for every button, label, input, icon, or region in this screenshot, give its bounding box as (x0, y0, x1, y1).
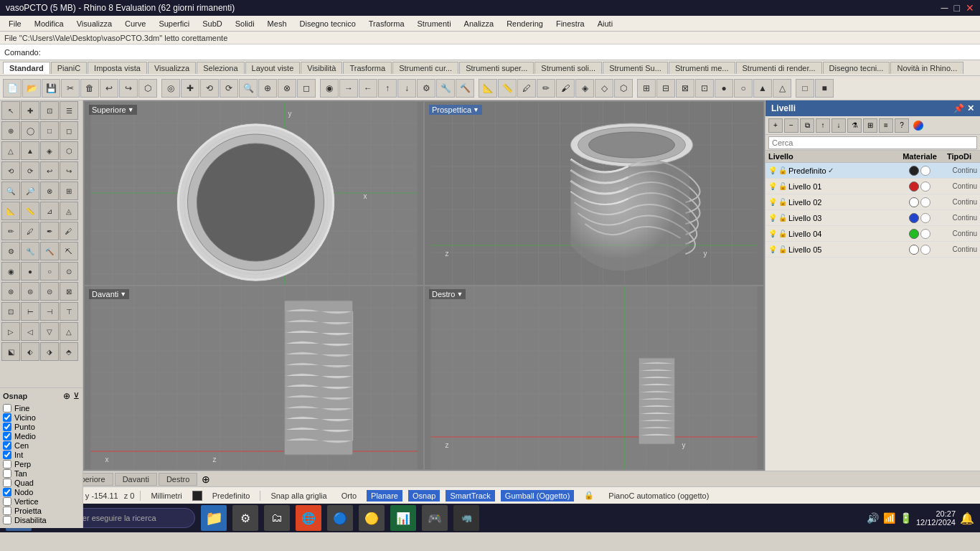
toolbar-btn-23[interactable]: 🔨 (456, 79, 474, 98)
layer-bulb-3[interactable]: 💡 (768, 214, 777, 222)
left-toolbar-btn-3-1[interactable]: ⟳ (21, 161, 39, 180)
toolbar-btn-12[interactable]: 🔍 (239, 79, 258, 98)
toolbar-btn-13[interactable]: ⊕ (258, 79, 277, 98)
toolbar-btn-25[interactable]: 📏 (498, 79, 517, 98)
osnap-filter-icon[interactable]: ⊻ (73, 391, 80, 401)
toolbar-btn-1[interactable]: 📂 (22, 79, 41, 98)
osnap-check-vertice[interactable] (3, 497, 11, 506)
taskbar-icon-settings[interactable]: ⚙ (232, 505, 258, 531)
osnap-check-fine[interactable] (3, 404, 11, 413)
statusbar-pianoc-auto[interactable]: PianoC automatico (oggetto) (604, 491, 713, 500)
toolbar-tab-strumenti-soli[interactable]: Strumenti soli... (534, 62, 602, 74)
layer-up-button[interactable]: ↑ (816, 118, 830, 133)
left-toolbar-btn-9-1[interactable]: ⊜ (21, 282, 39, 301)
toolbar-tab-disegno-tecni[interactable]: Disegno tecni... (823, 62, 890, 74)
toolbar-btn-28[interactable]: 🖌 (556, 79, 575, 98)
left-toolbar-btn-11-1[interactable]: ◁ (21, 322, 39, 341)
viewport-prospettica-label[interactable]: Prospettica ▼ (429, 105, 482, 115)
layer-copy-button[interactable]: ⧉ (800, 118, 814, 133)
viewport-destro-label[interactable]: Destro ▼ (429, 289, 466, 299)
left-toolbar-btn-2-0[interactable]: △ (1, 141, 20, 160)
menu-item-solidi[interactable]: Solidi (230, 18, 260, 29)
layer-color-swatch-4[interactable] (909, 229, 919, 239)
toolbar-btn-19[interactable]: ↑ (378, 79, 397, 98)
layer-mat-color-swatch-5[interactable] (920, 245, 930, 255)
toolbar-btn-31[interactable]: ⬡ (614, 79, 633, 98)
toolbar-btn-2[interactable]: 💾 (42, 79, 60, 98)
toolbar-btn-8[interactable]: ◎ (161, 79, 180, 98)
left-toolbar-btn-0-3[interactable]: ☰ (60, 101, 78, 120)
osnap-check-medio[interactable] (3, 432, 11, 441)
left-toolbar-btn-1-3[interactable]: ◻ (60, 121, 78, 140)
layer-row-2[interactable]: 💡 🔓 Livello 02 Continu (765, 194, 980, 210)
toolbar-btn-40[interactable]: □ (796, 79, 814, 98)
toolbar-btn-0[interactable]: 📄 (3, 79, 22, 98)
toolbar-btn-5[interactable]: ↩ (100, 79, 118, 98)
left-toolbar-btn-6-3[interactable]: 🖋 (60, 222, 78, 240)
left-toolbar-btn-5-2[interactable]: ⊿ (40, 202, 59, 220)
osnap-check-proietta[interactable] (3, 507, 11, 515)
left-toolbar-btn-3-2[interactable]: ↩ (40, 161, 59, 180)
left-toolbar-btn-3-3[interactable]: ↪ (60, 161, 78, 180)
left-toolbar-btn-2-2[interactable]: ◈ (40, 141, 59, 160)
left-toolbar-btn-6-1[interactable]: 🖊 (21, 222, 39, 240)
close-button[interactable]: ✕ (966, 2, 974, 14)
osnap-check-cen[interactable] (3, 441, 11, 450)
taskbar-icon-explorer[interactable]: 📁 (201, 505, 227, 531)
left-toolbar-btn-12-3[interactable]: ⬘ (60, 342, 78, 361)
menu-item-mesh[interactable]: Mesh (262, 18, 293, 29)
left-toolbar-btn-7-2[interactable]: 🔨 (40, 242, 59, 260)
layer-color-swatch-1[interactable] (909, 182, 919, 192)
statusbar-gumball[interactable]: Gumball (Oggetto) (501, 490, 574, 501)
left-toolbar-btn-10-2[interactable]: ⊣ (40, 302, 59, 321)
left-toolbar-btn-0-0[interactable]: ↖ (1, 101, 20, 120)
left-toolbar-btn-10-1[interactable]: ⊢ (21, 302, 39, 321)
viewport-superiore[interactable]: Superiore ▼ (85, 102, 423, 285)
toolbar-btn-7[interactable]: ⬡ (138, 79, 157, 98)
toolbar-btn-16[interactable]: ◉ (320, 79, 339, 98)
osnap-check-quad[interactable] (3, 479, 11, 487)
toolbar-btn-9[interactable]: ✚ (181, 79, 199, 98)
toolbar-tab-layout-viste[interactable]: Layout viste (245, 62, 301, 74)
osnap-check-int[interactable] (3, 451, 11, 459)
viewport-destro[interactable]: Destro ▼ (425, 286, 763, 469)
left-toolbar-btn-8-2[interactable]: ○ (40, 262, 59, 281)
menu-item-modifica[interactable]: Modifica (29, 18, 70, 29)
toolbar-btn-36[interactable]: ● (715, 79, 733, 98)
toolbar-btn-4[interactable]: 🗑 (80, 79, 99, 98)
left-toolbar-btn-12-2[interactable]: ⬗ (40, 342, 59, 361)
left-toolbar-btn-7-1[interactable]: 🔧 (21, 242, 39, 260)
layer-add-button[interactable]: + (768, 118, 783, 133)
left-toolbar-btn-9-2[interactable]: ⊝ (40, 282, 59, 301)
toolbar-btn-35[interactable]: ⊡ (695, 79, 714, 98)
layer-row-5[interactable]: 💡 🔓 Livello 05 Continu (765, 242, 980, 258)
add-viewport-tab-button[interactable]: ⊕ (202, 474, 210, 485)
layer-color-swatch-2[interactable] (909, 197, 919, 207)
toolbar-btn-6[interactable]: ↪ (119, 79, 138, 98)
viewport-prospettica[interactable]: Prospettica ▼ (425, 102, 763, 285)
toolbar-btn-32[interactable]: ⊞ (637, 79, 656, 98)
layer-color-swatch-3[interactable] (909, 213, 919, 223)
toolbar-btn-18[interactable]: ← (359, 79, 377, 98)
layer-list-button[interactable]: ≡ (879, 118, 893, 133)
menu-item-finestra[interactable]: Finestra (550, 18, 590, 29)
viewport-davanti-label[interactable]: Davanti ▼ (89, 289, 129, 299)
layer-mat-color-swatch-3[interactable] (920, 213, 930, 223)
layer-grid-button[interactable]: ⊞ (863, 118, 877, 133)
statusbar-snap[interactable]: Snap alla griglia (266, 491, 331, 500)
left-toolbar-btn-10-3[interactable]: ⊤ (60, 302, 78, 321)
menu-item-curve[interactable]: Curve (119, 18, 151, 29)
toolbar-btn-33[interactable]: ⊟ (656, 79, 675, 98)
left-toolbar-btn-5-3[interactable]: ◬ (60, 202, 78, 220)
layer-color-swatch-5[interactable] (909, 245, 919, 255)
layer-search-input[interactable] (768, 136, 977, 149)
menu-item-rendering[interactable]: Rendering (501, 18, 549, 29)
toolbar-tab-strumenti-su[interactable]: Strumenti Su... (603, 62, 668, 74)
layer-bulb-0[interactable]: 💡 (768, 166, 777, 174)
osnap-check-nodo[interactable] (3, 488, 11, 496)
toolbar-tab-trasforma[interactable]: Trasforma (343, 62, 392, 74)
osnap-check-perp[interactable] (3, 460, 11, 468)
viewport-davanti[interactable]: Davanti ▼ (85, 286, 423, 469)
toolbar-btn-24[interactable]: 📐 (479, 79, 497, 98)
taskbar-icon-chrome[interactable]: 🌐 (296, 505, 321, 531)
